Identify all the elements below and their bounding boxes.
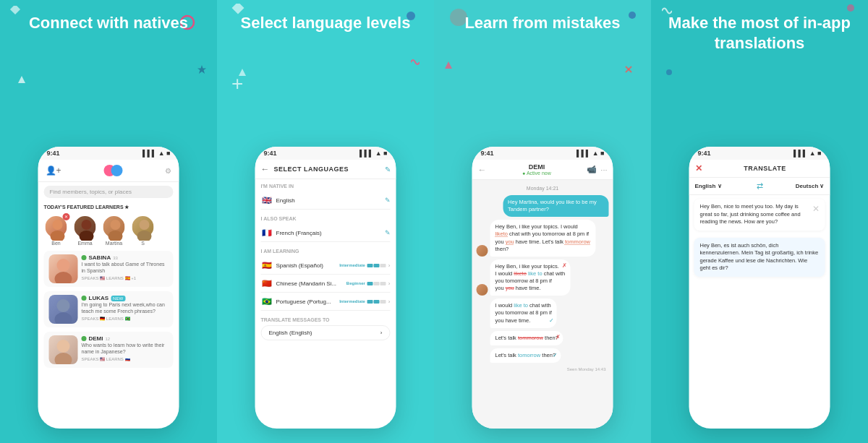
svg-point-15 bbox=[55, 272, 72, 283]
strike-liketo: liketo bbox=[514, 270, 527, 277]
recv-correction-bubble-1: Hey Ben, i like your topics. I would lik… bbox=[490, 259, 571, 296]
dot-c3 bbox=[380, 282, 386, 285]
time-4: 9:41 bbox=[698, 150, 711, 157]
learning-spanish-row[interactable]: 🇪🇸 Spanish (Español) Intermediate › bbox=[261, 257, 391, 275]
recv-avatar-1 bbox=[477, 245, 488, 257]
member-photo-sabina bbox=[49, 254, 78, 283]
signal-icons-4: ▌▌▌ ▲ ■ bbox=[793, 150, 821, 157]
remove-icon[interactable]: ✕ bbox=[63, 213, 70, 220]
avatar-name-s: S bbox=[141, 241, 145, 246]
panel-4-title: Make the most of in-app translations bbox=[651, 0, 868, 59]
also-speak-row[interactable]: 🇫🇷 French (Français) ✎ bbox=[261, 224, 391, 242]
flag-spanish: 🇪🇸 bbox=[261, 259, 273, 271]
level-bar-spanish bbox=[367, 264, 386, 267]
translate-to-section: TRANSLATE MESSAGES TO English (English) … bbox=[255, 313, 396, 345]
search-bar[interactable]: Find members, topics, or places bbox=[44, 186, 174, 198]
recv-correction-final: I would like to chat with you tomorrow a… bbox=[490, 298, 557, 327]
chevron-spanish[interactable]: › bbox=[388, 262, 391, 269]
svg-point-18 bbox=[57, 340, 70, 353]
panel-1-title: Connect with natives bbox=[14, 0, 203, 39]
swap-langs-icon[interactable]: ⇄ bbox=[757, 181, 763, 191]
avatar-ben[interactable]: ✕ Ben bbox=[44, 215, 69, 246]
deco-triangle-3 bbox=[445, 61, 452, 69]
flag-chinese: 🇨🇳 bbox=[261, 278, 273, 289]
reject-icon-1[interactable]: ✗ bbox=[562, 262, 567, 270]
member-card-demi[interactable]: DEMI 12 Who wants to learn how to write … bbox=[44, 332, 174, 368]
edit-native-icon[interactable]: ✎ bbox=[385, 197, 391, 204]
translate-dropdown[interactable]: English (English) › bbox=[261, 325, 391, 340]
member-photo-demi bbox=[49, 335, 78, 364]
online-dot-sabina bbox=[82, 255, 87, 260]
svg-point-17 bbox=[55, 312, 72, 324]
phone-2: 9:41 ▌▌▌ ▲ ■ ← SELECT LANGUAGES ✎ I'M NA… bbox=[255, 147, 396, 429]
chat-status: ● Active now bbox=[490, 171, 584, 176]
target-lang-selector[interactable]: Deutsch ∨ bbox=[766, 183, 825, 189]
dot-p1 bbox=[367, 300, 373, 304]
time-1: 9:41 bbox=[47, 150, 60, 157]
source-lang-selector[interactable]: English ∨ bbox=[695, 183, 754, 189]
accept-icon-2[interactable]: ✓ bbox=[553, 352, 558, 360]
level-spanish: Intermediate bbox=[339, 263, 365, 267]
settings-icon[interactable]: ⚙ bbox=[165, 167, 171, 175]
date-label: Monday 14:21 bbox=[477, 186, 609, 191]
member-photo-lukas bbox=[49, 295, 78, 324]
phone-1: 9:41 ▌▌▌ ▲ ■ 👤+ ⚙ Find members, topics, … bbox=[38, 147, 179, 429]
translated-text: Hey Ben, es ist auch schön, dich kennenz… bbox=[700, 242, 819, 272]
recv-tommorow-1: Let's talk tommorow then? ✗ bbox=[490, 331, 563, 345]
msg-tommorow-1: Let's talk tommorow then? ✗ bbox=[477, 331, 609, 345]
signal-icons-1: ▌▌▌ ▲ ■ bbox=[142, 150, 170, 157]
typo-you: you bbox=[506, 238, 514, 245]
deco-star-1 bbox=[197, 65, 206, 74]
phone-3: 9:41 ▌▌▌ ▲ ■ ← DEMI ● Active now 📹 ··· M… bbox=[472, 147, 613, 429]
avatar-img-martina bbox=[102, 215, 127, 239]
edit-also-icon[interactable]: ✎ bbox=[385, 229, 391, 236]
original-text-box: Hey Ben, nice to meet you too. My day is… bbox=[694, 199, 825, 231]
typo-tommorow: tommorow bbox=[565, 238, 590, 245]
dot-p3 bbox=[380, 300, 386, 304]
chevron-chinese[interactable]: › bbox=[388, 280, 391, 287]
svg-point-12 bbox=[140, 220, 150, 230]
phone-4: 9:41 ▌▌▌ ▲ ■ ✕ TRANSLATE English ∨ ⇄ Deu… bbox=[689, 147, 830, 429]
panel-connect: Connect with natives 9:41 ▌▌▌ ▲ ■ 👤+ ⚙ F… bbox=[0, 0, 217, 443]
translated-text-box: Hey Ben, es ist auch schön, dich kennenz… bbox=[694, 238, 825, 277]
svg-point-13 bbox=[137, 231, 152, 241]
flag-french: 🇫🇷 bbox=[261, 227, 273, 238]
more-icon[interactable]: ··· bbox=[600, 165, 607, 174]
dot3 bbox=[380, 264, 386, 267]
member-card-sabina[interactable]: SABINA 33 I want to talk about Game of T… bbox=[44, 251, 174, 287]
chevron-portuguese[interactable]: › bbox=[388, 298, 391, 305]
deco-wavy-2 bbox=[411, 58, 420, 66]
avatar-emma[interactable]: Emma bbox=[73, 215, 98, 246]
back-arrow[interactable]: ← bbox=[261, 164, 270, 174]
member-age-demi: 12 bbox=[106, 337, 111, 341]
sent-bubble-1: Hey Martina, would you like to be my Tan… bbox=[503, 195, 608, 217]
flag-english: 🇬🇧 bbox=[261, 194, 273, 206]
close-translate-button[interactable]: ✕ bbox=[695, 163, 702, 173]
member-card-lukas[interactable]: LUKAS NEW I'm going to Paris next week,w… bbox=[44, 291, 174, 327]
avatar-img-ben: ✕ bbox=[44, 215, 69, 239]
learning-label: I AM LEARNING bbox=[261, 249, 391, 254]
learning-chinese-row[interactable]: 🇨🇳 Chinese (Mandarin Si... Beginner › bbox=[261, 275, 391, 293]
avatar-martina[interactable]: Martina bbox=[102, 215, 127, 246]
panel-learn: Learn from mistakes 9:41 ▌▌▌ ▲ ■ ← DEMI … bbox=[434, 0, 651, 443]
svg-point-11 bbox=[109, 231, 123, 241]
lang-selector-row: English ∨ ⇄ Deutsch ∨ bbox=[689, 178, 830, 195]
section-label-featured: TODAY'S FEATURED LEARNERS ★ bbox=[38, 202, 179, 212]
svg-point-6 bbox=[53, 220, 63, 230]
accept-icon-final[interactable]: ✓ bbox=[549, 317, 554, 325]
native-lang-row[interactable]: 🇬🇧 English ✎ bbox=[261, 192, 391, 210]
member-name-demi: DEMI bbox=[89, 335, 103, 342]
edit-icon[interactable]: ✎ bbox=[385, 165, 391, 173]
reject-icon-2[interactable]: ✗ bbox=[556, 334, 561, 342]
online-dot-demi bbox=[82, 336, 87, 341]
add-person-icon[interactable]: 👤+ bbox=[46, 165, 61, 176]
back-arrow-chat[interactable]: ← bbox=[478, 165, 487, 175]
avatar-s[interactable]: S bbox=[131, 215, 156, 246]
online-dot-lukas bbox=[82, 296, 87, 301]
avatar-name-martina: Martina bbox=[106, 241, 122, 246]
avatar-img-s bbox=[131, 215, 156, 239]
learning-portuguese-row[interactable]: 🇧🇷 Portuguese (Portug... Intermediate › bbox=[261, 293, 391, 311]
close-original-icon[interactable]: ✕ bbox=[812, 203, 820, 215]
member-info-lukas: LUKAS NEW I'm going to Paris next week,w… bbox=[82, 295, 169, 321]
video-icon[interactable]: 📹 bbox=[587, 165, 597, 174]
